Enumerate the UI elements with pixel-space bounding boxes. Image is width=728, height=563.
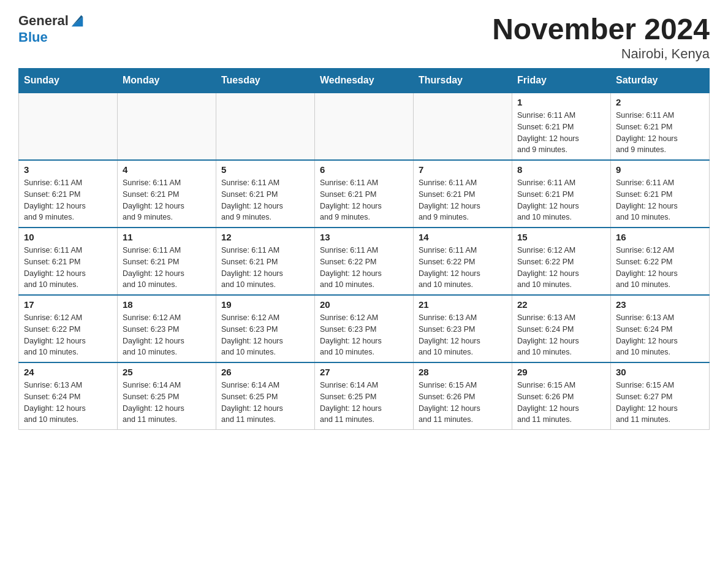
calendar-cell: 28Sunrise: 6:15 AMSunset: 6:26 PMDayligh… [414,362,512,430]
day-number: 30 [616,367,704,377]
calendar-cell: 26Sunrise: 6:14 AMSunset: 6:25 PMDayligh… [216,362,315,430]
calendar-cell: 2Sunrise: 6:11 AMSunset: 6:21 PMDaylight… [611,93,710,160]
day-number: 20 [320,299,408,310]
calendar-cell [216,93,315,160]
day-info: Sunrise: 6:14 AMSunset: 6:25 PMDaylight:… [221,380,309,426]
day-number: 11 [123,232,211,242]
logo-blue-text: Blue [18,29,48,45]
calendar-week-row: 3Sunrise: 6:11 AMSunset: 6:21 PMDaylight… [19,160,710,228]
day-number: 22 [517,299,605,310]
weekday-header-monday: Monday [118,69,216,93]
calendar-cell: 3Sunrise: 6:11 AMSunset: 6:21 PMDaylight… [19,160,118,228]
calendar-cell: 30Sunrise: 6:15 AMSunset: 6:27 PMDayligh… [611,362,710,430]
calendar-cell: 9Sunrise: 6:11 AMSunset: 6:21 PMDaylight… [611,160,710,228]
calendar-cell: 19Sunrise: 6:12 AMSunset: 6:23 PMDayligh… [216,295,315,362]
day-info: Sunrise: 6:11 AMSunset: 6:21 PMDaylight:… [24,245,112,291]
calendar-cell: 13Sunrise: 6:11 AMSunset: 6:22 PMDayligh… [315,228,414,295]
day-info: Sunrise: 6:12 AMSunset: 6:22 PMDaylight:… [616,245,704,291]
calendar-week-row: 1Sunrise: 6:11 AMSunset: 6:21 PMDaylight… [19,93,710,160]
day-number: 18 [123,299,211,310]
logo-general-text: General [18,13,69,29]
day-info: Sunrise: 6:11 AMSunset: 6:21 PMDaylight:… [123,177,211,223]
day-number: 3 [24,164,112,175]
calendar-cell [414,93,512,160]
calendar-title-block: November 2024 Nairobi, Kenya [492,12,710,62]
calendar-cell: 16Sunrise: 6:12 AMSunset: 6:22 PMDayligh… [611,228,710,295]
day-info: Sunrise: 6:11 AMSunset: 6:21 PMDaylight:… [517,177,605,223]
calendar-cell: 22Sunrise: 6:13 AMSunset: 6:24 PMDayligh… [512,295,611,362]
logo-icon [69,12,86,29]
day-number: 7 [419,164,507,175]
day-info: Sunrise: 6:15 AMSunset: 6:26 PMDaylight:… [517,380,605,426]
calendar-title: November 2024 [492,12,710,46]
calendar-cell: 14Sunrise: 6:11 AMSunset: 6:22 PMDayligh… [414,228,512,295]
day-info: Sunrise: 6:13 AMSunset: 6:24 PMDaylight:… [517,312,605,358]
day-number: 10 [24,232,112,242]
calendar-cell: 7Sunrise: 6:11 AMSunset: 6:21 PMDaylight… [414,160,512,228]
day-number: 1 [517,97,605,107]
day-number: 16 [616,232,704,242]
calendar-cell: 29Sunrise: 6:15 AMSunset: 6:26 PMDayligh… [512,362,611,430]
weekday-header-wednesday: Wednesday [315,69,414,93]
day-info: Sunrise: 6:15 AMSunset: 6:26 PMDaylight:… [419,380,507,426]
day-number: 21 [419,299,507,310]
day-number: 13 [320,232,408,242]
calendar-week-row: 24Sunrise: 6:13 AMSunset: 6:24 PMDayligh… [19,362,710,430]
day-info: Sunrise: 6:13 AMSunset: 6:24 PMDaylight:… [616,312,704,358]
day-info: Sunrise: 6:14 AMSunset: 6:25 PMDaylight:… [123,380,211,426]
day-info: Sunrise: 6:14 AMSunset: 6:25 PMDaylight:… [320,380,408,426]
day-number: 15 [517,232,605,242]
calendar-cell: 17Sunrise: 6:12 AMSunset: 6:22 PMDayligh… [19,295,118,362]
day-number: 9 [616,164,704,175]
calendar-cell: 21Sunrise: 6:13 AMSunset: 6:23 PMDayligh… [414,295,512,362]
day-number: 27 [320,367,408,377]
calendar-cell: 11Sunrise: 6:11 AMSunset: 6:21 PMDayligh… [118,228,216,295]
calendar-cell: 18Sunrise: 6:12 AMSunset: 6:23 PMDayligh… [118,295,216,362]
weekday-header-friday: Friday [512,69,611,93]
day-number: 12 [221,232,309,242]
day-info: Sunrise: 6:12 AMSunset: 6:22 PMDaylight:… [517,245,605,291]
day-number: 8 [517,164,605,175]
calendar-cell [315,93,414,160]
day-info: Sunrise: 6:11 AMSunset: 6:22 PMDaylight:… [419,245,507,291]
calendar-week-row: 10Sunrise: 6:11 AMSunset: 6:21 PMDayligh… [19,228,710,295]
weekday-header-saturday: Saturday [611,69,710,93]
calendar-cell: 6Sunrise: 6:11 AMSunset: 6:21 PMDaylight… [315,160,414,228]
weekday-header-tuesday: Tuesday [216,69,315,93]
calendar-cell: 24Sunrise: 6:13 AMSunset: 6:24 PMDayligh… [19,362,118,430]
day-info: Sunrise: 6:11 AMSunset: 6:21 PMDaylight:… [616,110,704,156]
day-number: 6 [320,164,408,175]
day-info: Sunrise: 6:11 AMSunset: 6:21 PMDaylight:… [320,177,408,223]
day-number: 17 [24,299,112,310]
calendar-cell: 20Sunrise: 6:12 AMSunset: 6:23 PMDayligh… [315,295,414,362]
day-info: Sunrise: 6:11 AMSunset: 6:21 PMDaylight:… [24,177,112,223]
calendar-subtitle: Nairobi, Kenya [492,46,710,62]
day-number: 24 [24,367,112,377]
calendar-cell [118,93,216,160]
day-info: Sunrise: 6:12 AMSunset: 6:22 PMDaylight:… [24,312,112,358]
day-info: Sunrise: 6:11 AMSunset: 6:21 PMDaylight:… [221,245,309,291]
day-number: 23 [616,299,704,310]
calendar-cell: 5Sunrise: 6:11 AMSunset: 6:21 PMDaylight… [216,160,315,228]
day-number: 5 [221,164,309,175]
calendar-cell: 25Sunrise: 6:14 AMSunset: 6:25 PMDayligh… [118,362,216,430]
day-number: 4 [123,164,211,175]
calendar-cell: 10Sunrise: 6:11 AMSunset: 6:21 PMDayligh… [19,228,118,295]
day-number: 29 [517,367,605,377]
day-info: Sunrise: 6:15 AMSunset: 6:27 PMDaylight:… [616,380,704,426]
calendar-cell: 27Sunrise: 6:14 AMSunset: 6:25 PMDayligh… [315,362,414,430]
logo: General Blue [18,12,86,45]
page-header: General Blue November 2024 Nairobi, Keny… [18,12,710,62]
calendar-cell: 23Sunrise: 6:13 AMSunset: 6:24 PMDayligh… [611,295,710,362]
day-info: Sunrise: 6:11 AMSunset: 6:21 PMDaylight:… [221,177,309,223]
day-number: 26 [221,367,309,377]
calendar-cell: 12Sunrise: 6:11 AMSunset: 6:21 PMDayligh… [216,228,315,295]
day-number: 2 [616,97,704,107]
day-number: 28 [419,367,507,377]
day-info: Sunrise: 6:11 AMSunset: 6:21 PMDaylight:… [616,177,704,223]
calendar-table: SundayMondayTuesdayWednesdayThursdayFrid… [18,68,710,430]
day-info: Sunrise: 6:11 AMSunset: 6:21 PMDaylight:… [419,177,507,223]
day-info: Sunrise: 6:12 AMSunset: 6:23 PMDaylight:… [221,312,309,358]
weekday-header-sunday: Sunday [19,69,118,93]
day-info: Sunrise: 6:11 AMSunset: 6:21 PMDaylight:… [123,245,211,291]
